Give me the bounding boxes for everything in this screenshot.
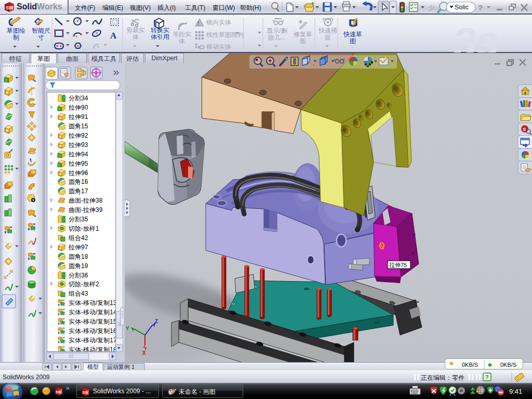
svg-text:SW: SW xyxy=(83,391,89,394)
svg-text:Y: Y xyxy=(126,326,129,331)
svg-text:S: S xyxy=(523,127,526,132)
svg-text:模型: 模型 xyxy=(87,364,99,370)
svg-text:X: X xyxy=(142,350,146,356)
svg-text:少..: 少.. xyxy=(428,4,438,11)
svg-text:SW: SW xyxy=(6,5,14,10)
svg-text:Solic: Solic xyxy=(455,4,469,11)
svg-text:Z: Z xyxy=(155,318,158,324)
svg-text:?: ? xyxy=(485,374,489,380)
svg-text:SW: SW xyxy=(56,390,62,394)
svg-text:A: A xyxy=(110,31,117,41)
svg-text:运动算例 1: 运动算例 1 xyxy=(107,364,135,370)
svg-text:0KB/S: 0KB/S xyxy=(462,362,478,368)
svg-text:9:41: 9:41 xyxy=(509,388,522,395)
svg-text:!: ! xyxy=(197,20,200,26)
svg-text:0KB/S: 0KB/S xyxy=(500,362,516,368)
svg-text:»: » xyxy=(66,384,70,392)
svg-text:?: ? xyxy=(478,3,483,12)
svg-text:拉伸75: 拉伸75 xyxy=(389,262,407,268)
svg-text:3s: 3s xyxy=(451,17,501,52)
